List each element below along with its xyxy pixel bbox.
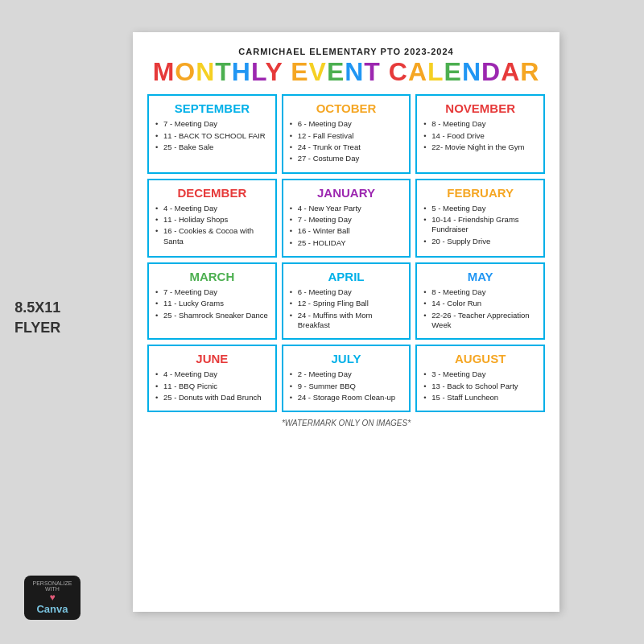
month-events-list: 8 - Meeting Day14 - Food Drive22- Movie … xyxy=(423,119,537,152)
event-item: 13 - Back to School Party xyxy=(423,382,537,391)
event-item: 25 - Shamrock Sneaker Dance xyxy=(155,311,269,320)
month-events-list: 6 - Meeting Day12 - Fall Festival24 - Tr… xyxy=(290,119,403,163)
event-item: 4 - New Year Party xyxy=(290,204,403,213)
canva-brand: Canva xyxy=(32,603,72,615)
event-item: 7 - Meeting Day xyxy=(155,287,269,297)
month-events-list: 6 - Meeting Day12 - Spring Fling Ball24 … xyxy=(290,287,403,330)
month-events-list: 4 - Meeting Day11 - BBQ Picnic25 - Donut… xyxy=(155,369,269,402)
month-box-may: MAY8 - Meeting Day14 - Color Run22-26 - … xyxy=(415,262,545,340)
event-item: 16 - Winter Ball xyxy=(290,226,403,236)
event-item: 14 - Color Run xyxy=(423,299,537,308)
event-item: 6 - Meeting Day xyxy=(290,287,403,297)
flyer-title: MONTHLY EVENT CALENDAR xyxy=(147,58,545,86)
month-events-list: 5 - Meeting Day10-14 - Friendship Grams … xyxy=(423,204,537,246)
month-events-list: 7 - Meeting Day11 - BACK TO SCHOOL FAIR2… xyxy=(155,119,269,152)
calendar-grid: SEPTEMBER7 - Meeting Day11 - BACK TO SCH… xyxy=(147,94,545,412)
month-name: JUNE xyxy=(155,352,269,365)
month-name: AUGUST xyxy=(423,352,537,365)
month-box-july: JULY2 - Meeting Day9 - Summer BBQ24 - St… xyxy=(282,345,411,412)
month-name: MARCH xyxy=(155,270,269,283)
event-item: 16 - Cookies & Cocoa with Santa xyxy=(155,226,269,246)
event-item: 24 - Muffins with Mom Breakfast xyxy=(290,311,403,331)
event-item: 25 - Donuts with Dad Brunch xyxy=(155,393,269,402)
month-box-february: FEBRUARY5 - Meeting Day10-14 - Friendshi… xyxy=(415,179,545,258)
month-events-list: 8 - Meeting Day14 - Color Run22-26 - Tea… xyxy=(423,287,537,330)
event-item: 24 - Storage Room Clean-up xyxy=(290,393,403,402)
event-item: 14 - Food Drive xyxy=(423,131,537,141)
event-item: 7 - Meeting Day xyxy=(155,119,269,129)
month-box-january: JANUARY4 - New Year Party7 - Meeting Day… xyxy=(282,179,411,258)
month-box-march: MARCH7 - Meeting Day11 - Lucky Grams25 -… xyxy=(147,262,277,340)
month-name: APRIL xyxy=(290,270,403,283)
month-box-august: AUGUST3 - Meeting Day13 - Back to School… xyxy=(415,345,545,412)
month-box-september: SEPTEMBER7 - Meeting Day11 - BACK TO SCH… xyxy=(147,94,277,173)
flyer-subtitle: CARMICHAEL ELEMENTARY PTO 2023-2024 xyxy=(147,47,545,56)
month-box-june: JUNE4 - Meeting Day11 - BBQ Picnic25 - D… xyxy=(147,345,277,412)
event-item: 11 - BBQ Picnic xyxy=(155,382,269,391)
month-name: MAY xyxy=(423,270,537,283)
flyer-container: CARMICHAEL ELEMENTARY PTO 2023-2024 MONT… xyxy=(133,32,559,612)
month-box-november: NOVEMBER8 - Meeting Day14 - Food Drive22… xyxy=(415,94,545,173)
event-item: 7 - Meeting Day xyxy=(290,215,403,225)
event-item: 4 - Meeting Day xyxy=(155,369,269,379)
month-box-december: DECEMBER4 - Meeting Day11 - Holiday Shop… xyxy=(147,179,277,258)
event-item: 27 - Costume Day xyxy=(290,154,403,163)
event-item: 22-26 - Teacher Appreciation Week xyxy=(423,311,537,331)
month-name: JULY xyxy=(290,352,403,365)
event-item: 24 - Trunk or Treat xyxy=(290,142,403,152)
month-box-october: OCTOBER6 - Meeting Day12 - Fall Festival… xyxy=(282,94,411,173)
month-events-list: 2 - Meeting Day9 - Summer BBQ24 - Storag… xyxy=(290,369,403,402)
canva-heart-icon: ♥ xyxy=(32,592,72,603)
event-item: 11 - BACK TO SCHOOL FAIR xyxy=(155,131,269,141)
month-events-list: 7 - Meeting Day11 - Lucky Grams25 - Sham… xyxy=(155,287,269,320)
sidebar-size: 8.5X11 xyxy=(14,299,60,316)
event-item: 8 - Meeting Day xyxy=(423,287,537,297)
event-item: 9 - Summer BBQ xyxy=(290,382,403,391)
month-name: FEBRUARY xyxy=(423,186,537,200)
month-events-list: 3 - Meeting Day13 - Back to School Party… xyxy=(423,369,537,402)
watermark-text: *WATERMARK ONLY ON IMAGES* xyxy=(147,419,545,427)
event-item: 25 - Bake Sale xyxy=(155,142,269,152)
sidebar-label: 8.5X11 FLYER xyxy=(14,298,60,338)
event-item: 12 - Fall Festival xyxy=(290,131,403,141)
month-events-list: 4 - New Year Party7 - Meeting Day16 - Wi… xyxy=(290,204,403,248)
event-item: 11 - Holiday Shops xyxy=(155,215,269,225)
event-item: 11 - Lucky Grams xyxy=(155,299,269,308)
sidebar-type: FLYER xyxy=(14,320,60,336)
month-name: OCTOBER xyxy=(290,101,403,115)
event-item: 2 - Meeting Day xyxy=(290,369,403,379)
event-item: 8 - Meeting Day xyxy=(423,119,537,129)
event-item: 5 - Meeting Day xyxy=(423,204,537,213)
month-events-list: 4 - Meeting Day11 - Holiday Shops16 - Co… xyxy=(155,204,269,246)
event-item: 10-14 - Friendship Grams Fundraiser xyxy=(423,215,537,235)
event-item: 20 - Supply Drive xyxy=(423,237,537,246)
canva-badge: PERSONALIZE WITH ♥ Canva xyxy=(24,576,80,620)
month-name: DECEMBER xyxy=(155,186,269,200)
event-item: 22- Movie Night in the Gym xyxy=(423,142,537,152)
month-name: SEPTEMBER xyxy=(155,101,269,115)
event-item: 15 - Staff Luncheon xyxy=(423,393,537,402)
month-name: NOVEMBER xyxy=(423,101,537,115)
event-item: 4 - Meeting Day xyxy=(155,204,269,213)
event-item: 3 - Meeting Day xyxy=(423,369,537,379)
event-item: 6 - Meeting Day xyxy=(290,119,403,129)
event-item: 25 - HOLIDAY xyxy=(290,238,403,248)
event-item: 12 - Spring Fling Ball xyxy=(290,299,403,308)
month-box-april: APRIL6 - Meeting Day12 - Spring Fling Ba… xyxy=(282,262,411,340)
month-name: JANUARY xyxy=(290,186,403,200)
canva-top-text: PERSONALIZE WITH xyxy=(32,580,72,592)
